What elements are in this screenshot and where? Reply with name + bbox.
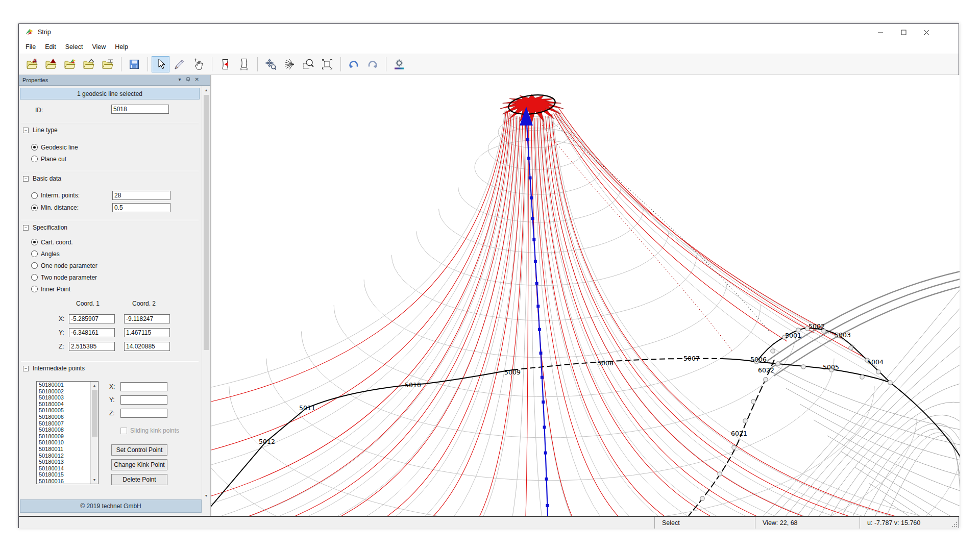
radio-icon[interactable] — [31, 286, 38, 292]
select-tool-button[interactable] — [152, 56, 169, 72]
intermediate-coord-input[interactable] — [120, 382, 167, 391]
menu-item[interactable]: File — [21, 41, 40, 53]
maximize-button[interactable] — [892, 24, 915, 40]
intermediate-point-item[interactable]: 50180004 — [37, 401, 90, 408]
panel-scrollbar[interactable]: ▲ ▼ — [202, 86, 210, 499]
radio-option[interactable]: Plane cut — [31, 153, 78, 165]
intermediate-point-item[interactable]: 50180013 — [37, 459, 90, 465]
minimize-button[interactable] — [869, 24, 892, 40]
zoom-window-tool-button[interactable] — [299, 56, 317, 72]
basic-data-section-header[interactable]: − Basic data — [23, 175, 61, 182]
collapse-icon[interactable]: − — [23, 128, 29, 133]
radio-option[interactable]: Geodesic line — [31, 141, 78, 153]
id-input[interactable] — [111, 105, 169, 114]
radio-icon[interactable] — [31, 156, 38, 162]
intermediate-point-item[interactable]: 50180003 — [37, 394, 90, 401]
collapse-icon[interactable]: − — [23, 366, 29, 371]
specification-section-header[interactable]: − Specification — [23, 224, 67, 231]
resize-grip[interactable] — [951, 521, 958, 528]
navigate-tool-button[interactable] — [261, 56, 279, 72]
drawing-canvas[interactable]: 5001500250035004500550066022500750085009… — [211, 75, 960, 516]
radio-icon[interactable] — [31, 192, 38, 199]
properties-dock-titlebar[interactable]: Properties ▾ ✕ — [19, 75, 210, 86]
scroll-down-icon[interactable]: ▼ — [91, 476, 98, 484]
intermediate-coord-input[interactable] — [120, 395, 167, 405]
coord2-input[interactable] — [124, 314, 170, 323]
intermediate-point-item[interactable]: 50180005 — [37, 407, 90, 414]
open-strip-folder-button[interactable] — [61, 56, 79, 72]
collapse-icon[interactable]: − — [23, 176, 29, 182]
scroll-thumb[interactable] — [92, 390, 97, 437]
intermediate-point-item[interactable]: 50180010 — [37, 439, 90, 446]
radio-option[interactable]: Two node parameter — [31, 271, 97, 283]
save-button[interactable] — [125, 56, 143, 72]
strip-measure-tool-button[interactable] — [235, 56, 253, 72]
basic-data-row[interactable]: Interm. points: — [31, 189, 200, 202]
coord2-input[interactable] — [124, 328, 170, 337]
collapse-icon[interactable]: − — [23, 225, 29, 231]
intermediate-point-item[interactable]: 50180014 — [37, 465, 90, 472]
intermediate-point-item[interactable]: 50180009 — [37, 433, 90, 440]
zoom-fit-tool-button[interactable] — [318, 56, 336, 72]
intermediate-point-item[interactable]: 50180007 — [37, 420, 90, 427]
open-cage-folder-button[interactable] — [99, 56, 116, 72]
intermediate-point-item[interactable]: 50180008 — [37, 427, 90, 433]
close-button[interactable] — [915, 24, 938, 40]
basic-data-input[interactable] — [112, 203, 170, 212]
radio-icon[interactable] — [31, 239, 38, 245]
radio-icon[interactable] — [31, 274, 38, 281]
radio-option[interactable]: Cart. coord. — [31, 236, 97, 248]
radio-icon[interactable] — [31, 144, 38, 151]
settings-button[interactable] — [390, 56, 408, 72]
radio-icon[interactable] — [31, 251, 38, 257]
line-type-section-header[interactable]: − Line type — [23, 127, 58, 134]
radio-icon[interactable] — [31, 262, 38, 269]
intermediate-point-item[interactable]: 50180012 — [37, 453, 90, 459]
menu-item[interactable]: View — [87, 41, 110, 53]
open-triangle-folder-button[interactable] — [42, 56, 60, 72]
intermediate-point-item[interactable]: 50180002 — [37, 388, 90, 395]
intermediate-point-item[interactable]: 50180016 — [37, 478, 90, 484]
rays-tool-button[interactable] — [280, 56, 298, 72]
radio-option[interactable]: Angles — [31, 248, 97, 260]
menu-item[interactable]: Edit — [40, 41, 61, 53]
scroll-up-icon[interactable]: ▲ — [91, 382, 98, 389]
undo-button[interactable] — [345, 56, 362, 72]
coord1-input[interactable] — [69, 342, 115, 351]
action-button[interactable]: Set Control Point — [111, 444, 167, 456]
dock-pin-icon[interactable] — [186, 77, 190, 84]
intermediate-point-item[interactable]: 50180001 — [37, 382, 90, 388]
dock-close-icon[interactable]: ✕ — [195, 77, 199, 84]
basic-data-input[interactable] — [112, 191, 170, 200]
open-hash-folder-button[interactable]: # — [23, 56, 41, 72]
intermediate-point-item[interactable]: 50180011 — [37, 446, 90, 453]
intermediate-point-item[interactable]: 50180006 — [37, 414, 90, 420]
radio-option[interactable]: Inner Point — [31, 283, 97, 295]
scroll-thumb[interactable] — [204, 95, 209, 350]
intermediate-coord-input[interactable] — [120, 409, 167, 418]
menu-item[interactable]: Help — [110, 41, 133, 53]
sliding-kink-checkbox[interactable] — [120, 428, 127, 434]
scroll-down-icon[interactable]: ▼ — [202, 492, 210, 499]
scroll-up-icon[interactable]: ▲ — [202, 86, 210, 94]
draw-tool-button[interactable] — [170, 56, 188, 72]
redo-button[interactable] — [363, 56, 381, 72]
menu-item[interactable]: Select — [61, 41, 88, 53]
coord1-input[interactable] — [69, 314, 115, 323]
radio-option[interactable]: One node parameter — [31, 260, 97, 271]
coord1-input[interactable] — [69, 328, 115, 337]
open-roof-folder-button[interactable] — [80, 56, 97, 72]
action-button[interactable]: Delete Point — [111, 474, 167, 485]
model-view[interactable]: 5001500250035004500550066022500750085009… — [211, 75, 960, 516]
intermediate-point-item[interactable]: 50180015 — [37, 471, 90, 478]
action-button[interactable]: Change Kink Point — [111, 459, 167, 470]
pan-add-tool-button[interactable] — [189, 56, 207, 72]
strip-forward-tool-button[interactable] — [216, 56, 234, 72]
basic-data-row[interactable]: Min. distance: — [31, 202, 200, 214]
radio-icon[interactable] — [31, 205, 38, 211]
coord2-input[interactable] — [124, 342, 170, 351]
dock-menu-chevron-icon[interactable]: ▾ — [179, 77, 181, 84]
list-scrollbar[interactable]: ▲ ▼ — [90, 382, 98, 484]
intermediate-points-list[interactable]: 5018000150180002501800035018000450180005… — [36, 381, 99, 484]
intermediate-points-section-header[interactable]: − Intermediate points — [23, 365, 85, 372]
